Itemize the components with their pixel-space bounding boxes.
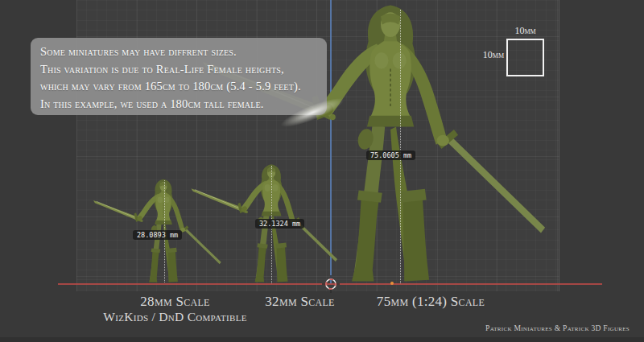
measurement-badge-28mm: 28.0893 mm <box>133 230 182 240</box>
scale-label-32mm: 32mm Scale <box>242 294 358 309</box>
note-box: Some miniatures may have diffrent sizes.… <box>31 38 327 115</box>
scale-subtitle-28mm: WizKids / DnD Compatible <box>97 309 254 324</box>
reference-square-10mm <box>506 39 544 76</box>
note-line: Some miniatures may have diffrent sizes. <box>40 43 318 61</box>
measure-line-75mm <box>400 10 401 283</box>
credit-text: Patrick Miniatures & Patrick 3D Figures <box>485 324 630 332</box>
note-line: which may vary from 165cm to 180cm (5.4 … <box>40 78 318 96</box>
scale-label-75mm: 75mm (1:24) Scale <box>350 294 511 309</box>
measurement-badge-75mm: 75.0605 mm <box>366 150 415 160</box>
reference-width-label: 10mm <box>506 25 544 37</box>
scale-title-75mm: 75mm (1:24) Scale <box>350 294 511 309</box>
3d-cursor <box>321 274 341 294</box>
scale-title-32mm: 32mm Scale <box>242 294 358 309</box>
object-origin-dot <box>390 282 394 285</box>
measurement-badge-32mm: 32.1324 mm <box>255 219 304 229</box>
footer-strip <box>0 337 644 342</box>
note-line: In this example, we used a 180cm tall fe… <box>40 96 318 113</box>
scale-label-28mm: 28mm Scale WizKids / DnD Compatible <box>97 294 254 324</box>
blender-viewport[interactable]: Some miniatures may have diffrent sizes.… <box>0 0 644 342</box>
reference-height-label: 10mm <box>472 49 504 61</box>
note-line: This variation is due to Real-Life Femal… <box>40 61 318 79</box>
scale-title-28mm: 28mm Scale <box>97 294 254 309</box>
